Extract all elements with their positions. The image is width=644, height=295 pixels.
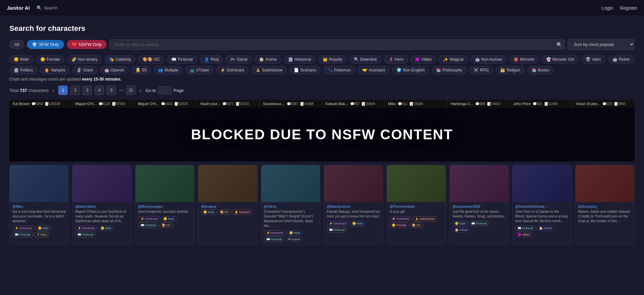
tag-non-binary[interactable]: 🌈Non-binary: [67, 55, 102, 63]
tag-giant[interactable]: 🗿Giant: [72, 66, 97, 74]
strip-item[interactable]: Katsuki Bak... 💬857 📝20934: [322, 100, 385, 108]
sort-select[interactable]: Sort by most popular: [568, 39, 635, 50]
tag-celebrity[interactable]: 🎭Celebrity: [105, 55, 136, 63]
tag-vtuber[interactable]: 📺VTuber: [185, 66, 214, 74]
tag-non-human[interactable]: 🤖Non-human: [471, 55, 507, 63]
tag-female[interactable]: 😊Female: [36, 55, 64, 63]
header-search-link[interactable]: 🔍 Search: [37, 5, 58, 10]
tag-game[interactable]: 🎮Game: [226, 55, 252, 63]
character-card[interactable]: @AmaranthsAmaia ✓ John Price is a Captai…: [512, 165, 572, 245]
tag-vampire[interactable]: 🧛Vampire: [40, 66, 70, 74]
card-body: @AmaranthsAmaia ✓ John Price is a Captai…: [513, 202, 571, 240]
nsfw-filter-btn[interactable]: ❤️ NSFW Only: [67, 40, 107, 49]
character-card[interactable]: @Bakuqoxlover Katsuki Bakugo, short temp…: [324, 165, 383, 245]
goto-input[interactable]: [158, 86, 171, 94]
tag-emoji: 🙏: [256, 68, 261, 72]
tag-non-english[interactable]: 🌍Non-English: [392, 66, 429, 74]
tag-books[interactable]: 📚Books: [527, 66, 553, 74]
tag-monster-girl[interactable]: 👻Monster Girl: [542, 55, 579, 63]
strip-item[interactable]: John Price 💬321 📝11436: [510, 100, 573, 108]
strip-item[interactable]: Hantengu C... 💬489 📝14910: [447, 100, 510, 108]
strip-item[interactable]: Miguel O'H... 💬4128 📝87992: [72, 100, 135, 108]
tag-oc[interactable]: 🎨🎨OC: [138, 55, 164, 63]
card-author: @burpmaster3000: [452, 205, 506, 208]
strip-chats: 💬857: [350, 102, 360, 106]
tag-male[interactable]: 😊Male: [9, 55, 33, 63]
tag-label: Detective: [360, 57, 377, 62]
page-5-btn[interactable]: 5: [107, 86, 116, 95]
tag-magical[interactable]: ✨Magical: [439, 55, 468, 63]
card-tag-emoji: 📖: [15, 233, 18, 236]
page-3-btn[interactable]: 3: [83, 86, 92, 95]
prev-page-btn[interactable]: ‹: [51, 87, 56, 93]
tag-politics[interactable]: 🏛️Politics: [9, 66, 37, 74]
page-last-btn[interactable]: 31: [126, 86, 136, 95]
search-submit-btn[interactable]: 🔍: [556, 42, 562, 47]
tag-rpg[interactable]: ⚔️RPG: [469, 66, 493, 74]
tag-religon[interactable]: 🕌Religon: [496, 66, 525, 74]
goto-row: Go to Page: [145, 86, 183, 94]
card-tag: 🏠Anime: [452, 227, 470, 233]
tag-emoji: 🎭: [109, 57, 114, 62]
tag-hero[interactable]: 🦸Hero: [384, 55, 408, 63]
tag-historical[interactable]: 🏛️Historical: [284, 55, 315, 63]
card-description: A sexy girl: [389, 209, 443, 214]
page-2-btn[interactable]: 2: [70, 86, 80, 95]
strip-item[interactable]: Kai Brown 💬5093 📝140106: [9, 100, 72, 108]
tag-monster[interactable]: 👹Monster: [509, 55, 539, 63]
sfw-filter-btn[interactable]: 🛡️ SFW Only: [27, 40, 64, 49]
all-filter-btn[interactable]: All: [9, 40, 24, 49]
tag-label: Royalty: [329, 57, 342, 62]
tag-scenario[interactable]: 📄Scenario: [289, 66, 320, 74]
tag-assistant[interactable]: 🤝Assistant: [358, 66, 389, 74]
tag-royalty[interactable]: 👑Royalty: [318, 55, 347, 63]
tag-label: VTuber: [196, 68, 209, 72]
tag-emoji: 🌍: [396, 68, 401, 72]
strip-item[interactable]: Noah your... 💬2071 📝42022: [197, 100, 260, 108]
tag-fictional[interactable]: 📖Fictional: [167, 55, 197, 63]
card-tag-emoji: 😊: [455, 222, 459, 225]
card-tag-emoji: 📖: [518, 227, 521, 230]
strip-msgs: 📝14910: [487, 102, 500, 106]
tag-detective[interactable]: 🔍Detective: [350, 55, 381, 63]
tag-elf[interactable]: 🧝Elf: [131, 66, 151, 74]
tag-alien[interactable]: 👽Alien: [581, 55, 605, 63]
character-card[interactable]: @Pierceisnotqay A sexy girl ⚡Dominant🙏Su…: [386, 165, 446, 245]
search-input[interactable]: [109, 39, 565, 50]
strip-chats: 💬2087: [287, 102, 298, 106]
tag-robot[interactable]: 🤖Robot: [608, 55, 634, 63]
tag-dominant[interactable]: ⚡Dominant: [216, 66, 248, 74]
card-tag-emoji: 🎨: [162, 224, 165, 227]
strip-item[interactable]: Scaramouc... 💬2087 📝41468: [260, 100, 322, 108]
character-card[interactable]: @Bunnynuqqies short tempered, sarcastic …: [135, 165, 195, 245]
tag-villain[interactable]: 😈Villain: [411, 55, 436, 63]
page-1-btn[interactable]: 1: [58, 86, 68, 95]
tag-real[interactable]: 👤Real: [200, 55, 223, 63]
character-card[interactable]: @taemcatboy Miguel O'Hara is your boyfri…: [72, 165, 131, 245]
character-card[interactable]: @Hørny [Character("Scaramouche") (Gender…: [261, 165, 320, 245]
character-card[interactable]: @burpmaster3000 Just the good four of hi…: [449, 165, 509, 245]
page-4-btn[interactable]: 4: [95, 86, 104, 95]
main-content: Search for characters All 🛡️ SFW Only ❤️…: [0, 16, 644, 253]
character-card[interactable]: @Miku Kai is your long time best friend …: [9, 165, 69, 245]
strip-item[interactable]: Vivian (Futan... 💬220 📝9860: [573, 100, 635, 108]
strip-item[interactable]: Miko 💬611 📝19180: [385, 100, 447, 108]
tag-label: Giant: [83, 68, 93, 72]
card-tag: 🎮Game: [285, 237, 303, 242]
tag-philosophy[interactable]: 📚Philosophy: [432, 66, 467, 74]
tag-submissive[interactable]: 🙏Submissive: [251, 66, 287, 74]
tag-multiple[interactable]: 👥Multiple: [154, 66, 182, 74]
register-link[interactable]: Register: [620, 5, 637, 11]
login-link[interactable]: Login: [602, 5, 613, 11]
strip-item[interactable]: Miguel O'H... 💬1642 📝52620: [135, 100, 197, 108]
tag-label: Non-English: [403, 68, 425, 72]
character-card[interactable]: @Anonspicy Mature, sweet and sadistic fu…: [575, 165, 635, 245]
tag-pokemon[interactable]: 🐾Pokemon: [323, 66, 356, 74]
strip-chats: 💬1642: [161, 102, 172, 106]
tag-openai[interactable]: 🤖OpenAI: [100, 66, 129, 74]
card-tag-emoji: 🧛: [234, 210, 238, 214]
tag-label: Scenario: [300, 68, 316, 72]
character-card[interactable]: @lenaquq 😊Male🎨OC🧛Vampire: [198, 165, 257, 245]
next-page-btn[interactable]: ›: [138, 87, 143, 93]
tag-anime[interactable]: 🏠Anime: [255, 55, 281, 63]
